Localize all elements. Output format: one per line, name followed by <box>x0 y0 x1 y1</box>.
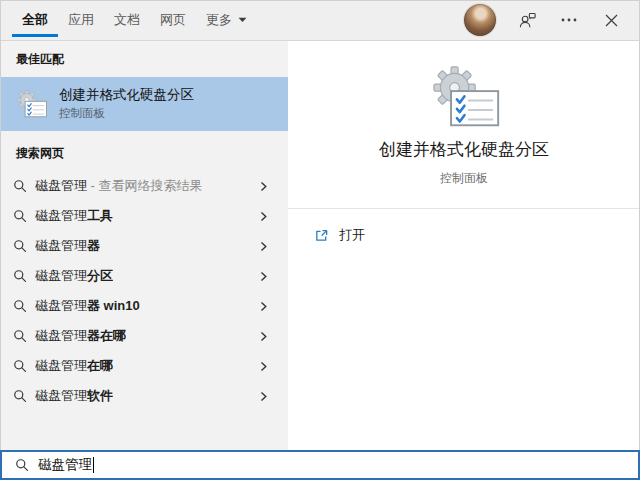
search-suggestion[interactable]: 磁盘管理工具 <box>0 201 288 231</box>
filter-tabs: 全部 应用 文档 网页 更多 <box>20 0 249 40</box>
chevron-right-icon <box>257 210 270 223</box>
control-panel-disk-partition-icon <box>14 89 48 119</box>
more-options-icon[interactable] <box>558 9 580 31</box>
best-match-title: 创建并格式化硬盘分区 <box>59 87 194 103</box>
search-suggestion[interactable]: 磁盘管理器在哪 <box>0 321 288 351</box>
chevron-right-icon <box>257 390 270 403</box>
chevron-right-icon <box>257 240 270 253</box>
web-search-section-label: 搜索网页 <box>0 131 288 171</box>
search-input[interactable]: 磁盘管理 <box>0 450 640 480</box>
search-icon <box>15 458 29 472</box>
chevron-right-icon <box>257 360 270 373</box>
feedback-icon[interactable] <box>516 9 538 31</box>
search-suggestion[interactable]: 磁盘管理在哪 <box>0 351 288 381</box>
preview-subtitle: 控制面板 <box>288 170 640 187</box>
search-suggestion[interactable]: 磁盘管理软件 <box>0 381 288 411</box>
search-icon <box>13 179 27 193</box>
chevron-down-icon <box>238 17 247 23</box>
suggestion-text: 磁盘管理器 <box>35 237 100 255</box>
close-icon[interactable] <box>600 9 622 31</box>
search-icon <box>13 329 27 343</box>
search-suggestion[interactable]: 磁盘管理器 <box>0 231 288 261</box>
search-icon <box>13 239 27 253</box>
best-match-text: 创建并格式化硬盘分区 控制面板 <box>59 87 194 121</box>
best-match-section-label: 最佳匹配 <box>0 41 288 77</box>
divider <box>288 208 640 209</box>
tab-more-label: 更多 <box>206 11 232 29</box>
suggestion-text: 磁盘管理 - 查看网络搜索结果 <box>35 177 203 195</box>
suggestion-text: 磁盘管理在哪 <box>35 357 113 375</box>
open-icon <box>314 228 329 243</box>
search-suggestion[interactable]: 磁盘管理分区 <box>0 261 288 291</box>
search-icon <box>13 389 27 403</box>
text-cursor <box>93 457 94 473</box>
topbar-actions <box>464 4 622 36</box>
best-match-subtitle: 控制面板 <box>59 106 194 121</box>
open-action[interactable]: 打开 <box>314 224 371 246</box>
open-label: 打开 <box>339 226 365 244</box>
suggestion-text: 磁盘管理器 win10 <box>35 297 140 315</box>
tab-more[interactable]: 更多 <box>204 0 249 40</box>
tab-all[interactable]: 全部 <box>20 0 50 40</box>
control-panel-disk-partition-icon <box>424 64 504 130</box>
chevron-right-icon <box>257 180 270 193</box>
suggestion-text: 磁盘管理软件 <box>35 387 113 405</box>
preview-title: 创建并格式化硬盘分区 <box>288 138 640 161</box>
search-suggestion[interactable]: 磁盘管理器 win10 <box>0 291 288 321</box>
search-icon <box>13 209 27 223</box>
user-avatar[interactable] <box>464 4 496 36</box>
suggestion-text: 磁盘管理分区 <box>35 267 113 285</box>
chevron-right-icon <box>257 330 270 343</box>
search-icon <box>13 299 27 313</box>
tab-apps[interactable]: 应用 <box>66 0 96 40</box>
search-icon <box>13 359 27 373</box>
tab-web[interactable]: 网页 <box>158 0 188 40</box>
search-query-text: 磁盘管理 <box>38 456 92 474</box>
search-icon <box>13 269 27 283</box>
results-panel: 最佳匹配 创建并格式化硬盘分区 控制面板 搜索网页 磁盘管理 - 查看网络搜索结… <box>0 41 288 450</box>
preview-panel: 创建并格式化硬盘分区 控制面板 打开 <box>288 41 640 450</box>
suggestion-text: 磁盘管理工具 <box>35 207 113 225</box>
tab-documents[interactable]: 文档 <box>112 0 142 40</box>
chevron-right-icon <box>257 300 270 313</box>
search-filter-bar: 全部 应用 文档 网页 更多 <box>0 0 640 41</box>
best-match-item[interactable]: 创建并格式化硬盘分区 控制面板 <box>0 77 288 131</box>
search-suggestion[interactable]: 磁盘管理 - 查看网络搜索结果 <box>0 171 288 201</box>
chevron-right-icon <box>257 270 270 283</box>
suggestion-text: 磁盘管理器在哪 <box>35 327 126 345</box>
